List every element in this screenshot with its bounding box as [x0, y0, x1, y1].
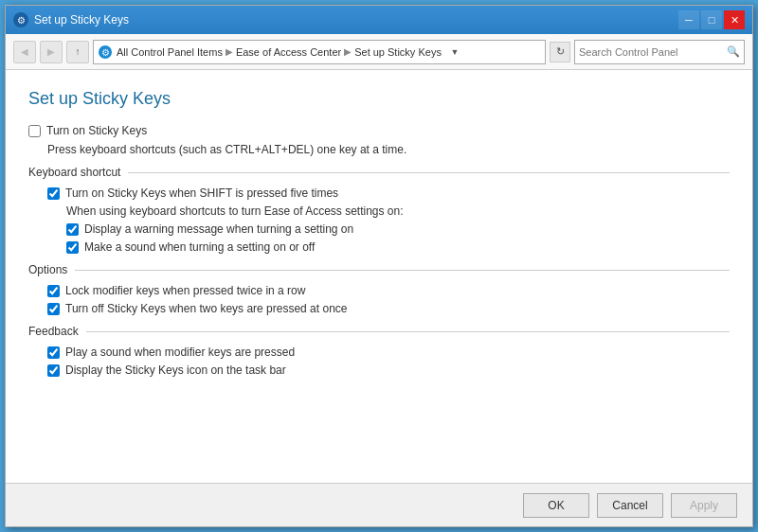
maximize-button[interactable]: □ [701, 10, 722, 29]
keyboard-shortcut-label: Keyboard shortcut [28, 166, 128, 179]
shortcut-item1-label: Turn on Sticky Keys when SHIFT is presse… [65, 186, 338, 200]
search-button[interactable]: 🔍 [723, 41, 744, 63]
title-controls: ─ □ ✕ [678, 10, 745, 29]
footer-bar: OK Cancel Apply [6, 483, 752, 526]
minimize-button[interactable]: ─ [678, 10, 699, 29]
close-button[interactable]: ✕ [724, 10, 745, 29]
shortcut-item3-checkbox[interactable] [66, 241, 79, 254]
shortcut-item3-row: Make a sound when turning a setting on o… [66, 240, 730, 254]
refresh-button[interactable]: ↻ [550, 42, 570, 62]
feedback-item2-row: Display the Sticky Keys icon on the task… [47, 364, 730, 377]
options-item2-label: Turn off Sticky Keys when two keys are p… [65, 302, 347, 315]
shortcut-item2-row: Display a warning message when turning a… [66, 222, 730, 236]
options-item2-row: Turn off Sticky Keys when two keys are p… [47, 302, 730, 315]
content-area: Set up Sticky Keys Turn on Sticky Keys P… [6, 70, 752, 483]
turn-on-sticky-keys-checkbox[interactable] [28, 125, 41, 137]
breadcrumb-sep2: ▶ [344, 46, 352, 57]
turn-on-sticky-keys-label: Turn on Sticky Keys [46, 124, 147, 137]
feedback-section: Feedback Play a sound when modifier keys… [28, 325, 730, 377]
feedback-item2-checkbox[interactable] [47, 364, 60, 377]
search-input[interactable] [575, 46, 723, 58]
shortcut-item2-label: Display a warning message when turning a… [84, 222, 353, 236]
feedback-item1-row: Play a sound when modifier keys are pres… [47, 346, 730, 359]
keyboard-shortcut-header: Keyboard shortcut [28, 166, 730, 179]
address-bar: ⚙ All Control Panel Items ▶ Ease of Acce… [93, 40, 546, 64]
feedback-item1-checkbox[interactable] [47, 346, 60, 359]
breadcrumb-sep1: ▶ [226, 46, 233, 57]
options-item1-label: Lock modifier keys when pressed twice in… [65, 284, 305, 297]
breadcrumb-part2: Ease of Access Center [236, 46, 341, 58]
options-item1-checkbox[interactable] [47, 285, 60, 297]
address-icon: ⚙ [98, 44, 113, 60]
options-section: Options Lock modifier keys when pressed … [28, 263, 730, 315]
ok-button[interactable]: OK [523, 493, 589, 518]
svg-text:⚙: ⚙ [101, 47, 110, 58]
page-title: Set up Sticky Keys [28, 89, 730, 109]
feedback-item2-label: Display the Sticky Keys icon on the task… [65, 364, 286, 377]
breadcrumb-part3: Set up Sticky Keys [354, 46, 442, 58]
address-breadcrumb: All Control Panel Items ▶ Ease of Access… [117, 46, 442, 58]
sub-description: When using keyboard shortcuts to turn Ea… [66, 204, 730, 218]
window-icon: ⚙ [13, 12, 28, 27]
shortcut-item3-label: Make a sound when turning a setting on o… [84, 240, 315, 254]
address-dropdown-button[interactable]: ▼ [445, 47, 464, 57]
up-button[interactable]: ↑ [66, 41, 89, 63]
main-description: Press keyboard shortcuts (such as CTRL+A… [47, 143, 730, 156]
shortcut-item1-row: Turn on Sticky Keys when SHIFT is presse… [47, 186, 730, 200]
cancel-button[interactable]: Cancel [597, 493, 663, 518]
breadcrumb-part1: All Control Panel Items [117, 46, 223, 58]
apply-button[interactable]: Apply [671, 493, 737, 518]
shortcut-item2-checkbox[interactable] [66, 223, 79, 236]
main-checkbox-row: Turn on Sticky Keys [28, 124, 730, 137]
back-button[interactable]: ◀ [13, 41, 36, 63]
keyboard-shortcut-section: Keyboard shortcut Turn on Sticky Keys wh… [28, 166, 730, 254]
feedback-header: Feedback [28, 325, 730, 338]
nav-bar: ◀ ▶ ↑ ⚙ All Control Panel Items ▶ Ease o… [6, 34, 752, 70]
forward-button[interactable]: ▶ [40, 41, 63, 63]
feedback-label: Feedback [28, 325, 86, 338]
options-item1-row: Lock modifier keys when pressed twice in… [47, 284, 730, 297]
shortcut-item1-checkbox[interactable] [47, 187, 60, 200]
search-box: 🔍 [574, 40, 745, 64]
feedback-item1-label: Play a sound when modifier keys are pres… [65, 346, 295, 359]
options-label: Options [28, 263, 75, 276]
title-bar-left: ⚙ Set up Sticky Keys [13, 12, 129, 27]
options-item2-checkbox[interactable] [47, 303, 60, 315]
title-bar: ⚙ Set up Sticky Keys ─ □ ✕ [6, 6, 752, 34]
window-title: Set up Sticky Keys [34, 13, 129, 27]
main-window: ⚙ Set up Sticky Keys ─ □ ✕ ◀ ▶ ↑ ⚙ All C… [5, 5, 753, 527]
options-header: Options [28, 263, 730, 276]
